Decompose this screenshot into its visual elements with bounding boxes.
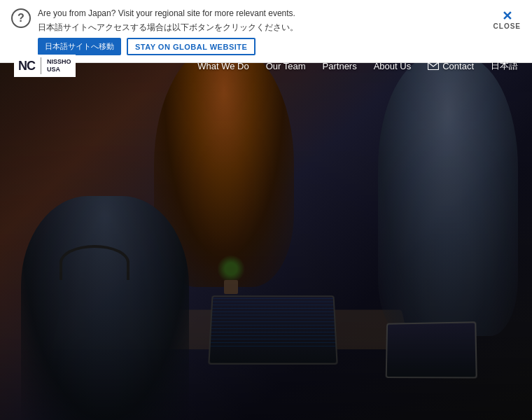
logo-mark: NC NISSHO USA [14,55,76,77]
close-x-icon: ✕ [502,10,512,22]
nav-japanese[interactable]: 日本語 [491,59,518,72]
logo-divider [41,57,41,74]
logo[interactable]: NC NISSHO USA [14,55,76,77]
banner-question: Are you from Japan? Visit your regional … [38,7,298,20]
nav-about-us[interactable]: About Us [374,61,411,71]
logo-nissho-text: NISSHO USA [47,58,71,74]
banner-japanese-text: 日本語サイトへアクセスする場合は以下ボタンをクリックください。 [38,21,298,34]
email-icon [428,62,439,70]
info-icon: ? [11,8,31,28]
close-label: CLOSE [493,22,521,30]
close-button[interactable]: ✕ CLOSE [493,7,521,30]
nav-partners[interactable]: Partners [323,61,357,71]
nav-links: What We Do Our Team Partners About Us Co… [197,59,518,72]
logo-nc-text: NC [18,59,35,74]
contact-label: Contact [442,61,474,71]
nav-our-team[interactable]: Our Team [266,61,306,71]
nav-contact[interactable]: Contact [428,61,474,71]
navigation: NC NISSHO USA What We Do Our Team Partne… [0,48,532,84]
nav-what-we-do[interactable]: What We Do [197,61,248,71]
